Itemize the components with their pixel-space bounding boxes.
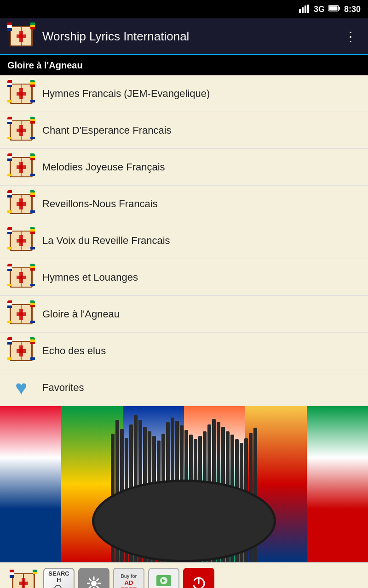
favorites-heart-icon: ♥ [7,374,35,401]
toolbar-app-logo[interactable] [7,567,40,588]
svg-rect-104 [30,300,35,303]
svg-rect-6 [329,6,337,11]
list-item[interactable]: Hymnes Francais (JEM-Evangelique) [0,75,368,112]
list-item[interactable]: Hymnes et Louanges [0,259,368,296]
search-button[interactable]: SEARC H [43,568,75,588]
svg-rect-74 [17,239,26,243]
svg-rect-37 [7,119,12,122]
svg-rect-30 [30,100,35,102]
svg-rect-11 [17,34,26,38]
svg-rect-116 [7,342,12,345]
svg-rect-54 [30,158,35,160]
list-item[interactable]: La Voix du Reveille Francais [0,222,368,259]
svg-rect-14 [7,28,12,31]
svg-rect-80 [30,232,35,234]
svg-rect-40 [30,119,35,121]
svg-rect-66 [30,192,35,195]
svg-rect-26 [30,80,35,82]
banner-image [0,406,368,562]
svg-rect-79 [30,229,35,232]
svg-rect-53 [30,156,35,158]
svg-rect-15 [30,23,35,25]
svg-line-141 [89,578,91,581]
section-header-label: Gloire à l'Agneau [7,60,83,71]
signal-type-label: 3G [314,5,325,14]
list-item-label: Gloire à l'Agneau [42,308,120,320]
svg-rect-51 [7,158,12,161]
svg-rect-82 [30,247,35,249]
svg-rect-75 [7,227,12,230]
svg-rect-42 [7,137,12,139]
adfree-button[interactable]: Buy for AD FREE [113,568,144,588]
app-title: Worship Lyrics International [42,29,340,44]
list-item[interactable]: Echo des elus [0,333,368,369]
svg-rect-87 [17,276,26,279]
svg-rect-95 [30,284,35,286]
power-button[interactable] [183,568,214,588]
svg-rect-68 [7,210,12,213]
svg-rect-52 [30,153,35,156]
svg-rect-94 [7,284,12,286]
svg-rect-56 [30,174,35,176]
battery-icon [328,5,340,14]
svg-point-134 [55,585,61,588]
svg-rect-90 [7,269,12,271]
podium-shape [87,480,281,562]
list-item-icon [7,300,35,328]
svg-rect-91 [30,264,35,266]
svg-rect-23 [7,80,12,83]
list-item-icon [7,190,35,218]
svg-rect-3 [307,5,309,13]
svg-rect-63 [7,193,12,195]
signal-icon [299,5,310,14]
list-item[interactable]: Melodies Joyeuse Français [0,149,368,186]
list-item[interactable]: Reveillons-Nous Francais [0,186,368,222]
svg-rect-107 [7,321,12,323]
svg-rect-130 [10,572,14,575]
svg-rect-49 [7,153,12,156]
svg-rect-105 [30,303,35,305]
svg-rect-43 [30,137,35,139]
svg-rect-36 [7,117,12,119]
list-item[interactable]: Chant D'Esperance Francais [0,112,368,149]
svg-rect-100 [17,312,26,316]
list-item-icon [7,337,35,365]
svg-point-123 [94,482,274,560]
favorites-list-item[interactable]: ♥ Favorites [0,369,368,406]
svg-rect-22 [17,92,26,96]
svg-rect-17 [30,27,35,29]
svg-rect-24 [7,83,12,85]
svg-rect-108 [30,321,35,323]
svg-rect-29 [7,100,12,102]
status-bar: 3G 8:30 [0,0,368,18]
svg-rect-38 [7,122,12,124]
app-header: Worship Lyrics International ⋮ [0,18,368,55]
svg-rect-25 [7,85,12,87]
svg-line-143 [97,578,99,581]
eznetsoft-button[interactable]: Eznetsoft [148,568,179,588]
list-item-label: Chant D'Esperance Francais [42,124,172,136]
list-item-icon [7,80,35,107]
svg-rect-102 [7,303,12,305]
svg-rect-89 [7,266,12,269]
svg-rect-113 [17,349,26,353]
list-item-label: Reveillons-Nous Francais [42,198,158,210]
svg-rect-106 [30,305,35,307]
list-item[interactable]: Gloire à l'Agneau [0,296,368,333]
svg-rect-62 [7,190,12,193]
time-label: 8:30 [344,5,361,14]
svg-rect-39 [30,117,35,119]
svg-rect-55 [7,174,12,176]
svg-rect-128 [19,582,28,585]
list-item-label: Echo des elus [42,345,106,357]
overflow-menu-button[interactable]: ⋮ [340,25,361,48]
svg-rect-131 [10,575,14,578]
svg-rect-61 [17,202,26,206]
settings-button[interactable] [78,568,109,588]
svg-line-144 [89,586,91,588]
svg-rect-81 [7,247,12,249]
svg-rect-76 [7,230,12,232]
svg-rect-117 [30,337,35,339]
svg-rect-103 [7,305,12,308]
svg-rect-65 [30,190,35,192]
